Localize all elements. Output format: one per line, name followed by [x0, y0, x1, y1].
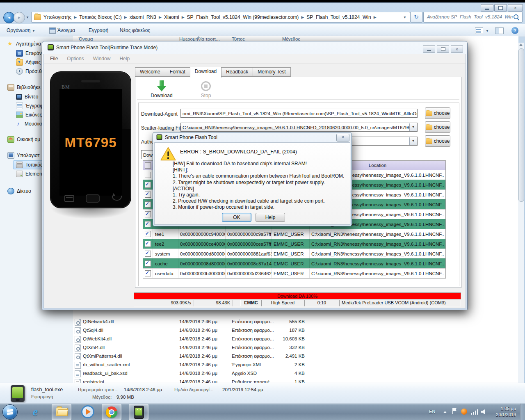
dialog-close-button[interactable]: × — [336, 134, 349, 142]
row-checkbox[interactable] — [145, 270, 151, 276]
sidebar-group[interactable]: Υπολογιστ — [7, 151, 40, 160]
nav-history-dropdown-icon[interactable]: ▼ — [26, 16, 29, 19]
breadcrumb-item[interactable]: SP_Flash_Tool_v5.1824_Win (99mediasector… — [187, 14, 307, 20]
sidebar-group[interactable]: Βιβλιοθήκε — [7, 83, 41, 91]
clock[interactable]: 1:05 μμ 20/1/2019 — [490, 406, 516, 418]
authentication-file-choose-button[interactable]: choose — [425, 135, 450, 147]
stop-action[interactable]: Stop — [193, 80, 219, 98]
help-button[interactable]: Help — [256, 213, 285, 222]
partition-row[interactable]: tee1 0x000000000c940000 0x000000000c9a57… — [143, 229, 445, 239]
volume-icon[interactable] — [481, 409, 485, 414]
explorer-toolbar: Οργάνωση ▼ Άνοιγμα Εγγραφή Νέος φάκελος … — [0, 24, 525, 37]
file-row[interactable]: QtXmlPatterns4.dll 14/6/2018 2:46 μμ Επέ… — [73, 352, 518, 361]
refresh-button[interactable]: ↻ — [410, 12, 422, 23]
dialog-body: ERROR : S_BROM_DOWNLOAD_DA_FAIL (2004) [… — [154, 142, 350, 225]
tab-readback[interactable]: Readback — [221, 67, 253, 77]
organize-button[interactable]: Οργάνωση ▼ — [7, 27, 35, 33]
row-checkbox[interactable] — [145, 241, 151, 247]
tab-download[interactable]: Download — [190, 67, 221, 78]
select-all-checkbox[interactable] — [145, 162, 151, 169]
tab-welcome[interactable]: Welcome — [135, 67, 165, 77]
breadcrumb-item[interactable]: Xiaomi▶ — [164, 14, 187, 20]
created-label: Ημ/νία δημιουργί... — [174, 387, 213, 392]
download-agent-input[interactable]: omi_RN3\Xiaomi\SP_Flash_Tool_v5.1824_Win… — [180, 109, 418, 118]
error-description: [H/W] Fail to download DA to baseband ch… — [173, 161, 347, 211]
file-row[interactable]: QtWebKit4.dll 14/6/2018 2:46 μμ Επέκταση… — [73, 335, 518, 343]
file-row[interactable]: QtXml4.dll 14/6/2018 2:46 μμ Επέκταση εφ… — [73, 344, 518, 352]
show-hidden-icons-icon[interactable] — [443, 411, 447, 413]
breadcrumb-item[interactable]: SP_Flash_Tool_v5.1824_Win▶ — [306, 14, 379, 20]
scroll-up-icon[interactable] — [519, 43, 523, 46]
download-action[interactable]: Download — [148, 80, 175, 98]
download-agent-choose-button[interactable]: choose — [425, 107, 450, 119]
close-button[interactable]: × — [508, 4, 523, 11]
change-view-icon[interactable] — [475, 27, 483, 34]
minimize-button[interactable] — [481, 4, 493, 11]
burn-button[interactable]: Εγγραφή — [89, 27, 108, 33]
new-folder-button[interactable]: Νέος φάκελος — [120, 27, 150, 33]
sidebar-group[interactable]: Οικιακή ομ — [7, 135, 40, 144]
menu-window[interactable]: Window — [89, 56, 115, 62]
dropdown-arrow-icon[interactable]: ▼ — [409, 137, 417, 145]
action-center-flag-icon[interactable] — [452, 408, 453, 414]
status-usb-speed: High Speed — [261, 300, 304, 306]
row-checkbox[interactable] — [145, 260, 151, 267]
views-dropdown-icon[interactable]: ▼ — [486, 29, 489, 33]
tab-memory-test[interactable]: Memory Test — [253, 67, 290, 77]
minimize-button[interactable] — [423, 45, 435, 53]
error-code-line: ERROR : S_BROM_DOWNLOAD_DA_FAIL (2004) — [180, 149, 297, 155]
menu-file[interactable]: File — [46, 56, 62, 62]
partition-row[interactable]: system 0x000000000d800000 0x00000000881a… — [143, 249, 445, 258]
breadcrumb-item[interactable]: xiaomi_RN3▶ — [130, 14, 164, 20]
open-button[interactable]: Άνοιγμα — [57, 27, 75, 33]
breadcrumb[interactable]: Υπολογιστής▶ Τοπικός δίσκος (C:)▶ xiaomi… — [31, 12, 410, 23]
row-checkbox[interactable] — [145, 172, 151, 178]
scatter-file-combobox[interactable]: C:\xiaomi_RN3\henessy\hennessy_images_V9… — [180, 123, 418, 132]
scrollbar-thumb[interactable] — [518, 48, 524, 202]
network-signal-icon[interactable] — [471, 409, 478, 415]
antivirus-tray-icon[interactable] — [461, 409, 467, 415]
phone-earpiece — [81, 80, 100, 82]
file-row[interactable]: QtNetwork4.dll 14/6/2018 2:46 μμ Επέκτασ… — [73, 318, 518, 326]
row-checkbox[interactable] — [145, 192, 151, 198]
breadcrumb-item[interactable]: Υπολογιστής▶ — [43, 14, 79, 20]
close-button[interactable]: × — [451, 45, 463, 53]
row-checkbox[interactable] — [145, 231, 151, 237]
dropdown-arrow-icon[interactable]: ▼ — [409, 123, 417, 131]
restore-button[interactable] — [494, 4, 507, 11]
scrollbar[interactable] — [518, 43, 524, 384]
taskbar: e EN 1:05 μμ 20/1/2019 — [0, 403, 525, 420]
maximize-button[interactable] — [437, 45, 449, 53]
back-button[interactable]: ◄ — [3, 12, 15, 23]
menu-help[interactable]: Help — [115, 56, 134, 62]
show-desktop-button[interactable] — [520, 404, 525, 420]
scatter-file-choose-button[interactable]: choose — [425, 121, 450, 133]
search-box[interactable]: Αναζήτηση SP_Flash_Tool_v5.1824_Win — [423, 12, 523, 23]
partition-row[interactable]: cache 0x000000008d800000 0x000000008e37a… — [143, 258, 445, 268]
partition-row[interactable]: tee2 0x000000000ce40000 0x000000000cea57… — [143, 239, 445, 249]
file-row[interactable]: rb_without_scatter.xml 14/6/2018 2:46 μμ… — [73, 361, 518, 369]
menu-options[interactable]: Options — [62, 56, 88, 62]
forward-button[interactable]: ► — [14, 12, 25, 23]
file-row[interactable]: readback_ui_bak.xsd 14/6/2018 2:46 μμ Αρ… — [73, 370, 518, 378]
ok-button[interactable]: OK — [222, 213, 251, 222]
breadcrumb-item[interactable]: Τοπικός δίσκος (C:)▶ — [79, 14, 129, 20]
row-checkbox[interactable] — [145, 182, 151, 188]
breadcrumb-dropdown-icon[interactable]: ▼ — [403, 16, 410, 19]
folder-icon — [426, 111, 432, 116]
chevron-right-icon: ▶ — [156, 15, 164, 19]
language-indicator[interactable]: EN — [429, 409, 435, 414]
row-checkbox[interactable] — [145, 211, 151, 217]
star-icon — [7, 41, 14, 47]
tab-format[interactable]: Format — [165, 67, 190, 77]
file-row[interactable]: QtSql4.dll 14/6/2018 2:46 μμ Επέκταση εφ… — [73, 326, 518, 335]
row-checkbox[interactable] — [145, 221, 151, 227]
preview-pane-icon[interactable] — [495, 27, 504, 34]
help-icon[interactable]: ? — [511, 27, 518, 34]
sidebar-group[interactable]: Δίκτυο — [7, 187, 31, 195]
partition-row[interactable]: userdata 0x00000000b3000000 0x00000000d2… — [143, 268, 445, 278]
sidebar-group[interactable]: Αγαπημένα — [7, 40, 41, 48]
row-checkbox[interactable] — [145, 251, 151, 257]
search-placeholder: Αναζήτηση SP_Flash_Tool_v5.1824_Win — [427, 14, 513, 19]
row-checkbox[interactable] — [145, 201, 151, 208]
